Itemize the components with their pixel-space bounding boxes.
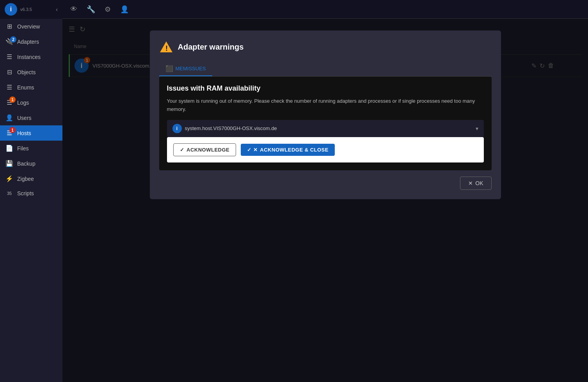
- warning-icon: !: [159, 40, 173, 54]
- sidebar-item-scripts[interactable]: 35 Scripts: [0, 186, 62, 200]
- sidebar-item-files-label: Files: [17, 145, 29, 152]
- host-dropdown-logo: i: [172, 124, 182, 133]
- sidebar-collapse-button[interactable]: ‹: [56, 6, 58, 12]
- sidebar-item-hosts-label: Hosts: [17, 130, 31, 136]
- action-buttons-area: ✓ ACKNOWLEDGE ✓ ✕ ACKNOWLEDGE & CLOSE: [167, 137, 484, 162]
- ok-button-label: OK: [475, 180, 483, 186]
- sidebar-item-adapters[interactable]: 🔌 2 Adapters: [0, 34, 62, 49]
- enums-icon: ☰: [5, 84, 13, 91]
- svg-text:!: !: [165, 45, 168, 52]
- close-x-icon: ✕: [468, 180, 473, 186]
- hosts-badge: 1: [9, 127, 16, 133]
- host-dropdown[interactable]: i system.host.VIS7000GH-OSX.viscom.de ▾: [167, 120, 484, 137]
- adapter-warnings-modal: ! Adapter warnings ⬛ MEMISSUES Issues wi…: [150, 30, 501, 199]
- tab-content-box: Issues with RAM availability Your system…: [159, 77, 492, 170]
- modal-overlay: ! Adapter warnings ⬛ MEMISSUES Issues wi…: [62, 19, 588, 382]
- sidebar-item-instances[interactable]: ☰ Instances: [0, 49, 62, 64]
- sidebar-item-objects[interactable]: ⊟ Objects: [0, 64, 62, 80]
- overview-icon: ⊞: [5, 23, 13, 30]
- app-version: v6.3.5: [20, 7, 32, 12]
- check-x-icon: ✓ ✕: [247, 147, 258, 153]
- acknowledge-close-button-label: ACKNOWLEDGE & CLOSE: [260, 147, 329, 153]
- sidebar-item-overview[interactable]: ⊞ Overview: [0, 19, 62, 34]
- sidebar-item-scripts-label: Scripts: [17, 190, 34, 196]
- backup-icon: 💾: [5, 160, 13, 167]
- sidebar-item-instances-label: Instances: [17, 54, 41, 60]
- modal-header: ! Adapter warnings: [159, 40, 492, 54]
- top-toolbar: 👁 🔧 ⚙ 👤: [62, 0, 588, 19]
- tools-icon[interactable]: 🔧: [85, 4, 97, 15]
- memissues-tab-label: MEMISSUES: [176, 66, 206, 71]
- user-icon[interactable]: 👤: [119, 4, 130, 15]
- sidebar-item-users-label: Users: [17, 115, 32, 121]
- modal-title: Adapter warnings: [178, 43, 244, 52]
- sidebar-item-zigbee[interactable]: ⚡ Zigbee: [0, 171, 62, 186]
- view-icon[interactable]: 👁: [69, 4, 79, 15]
- chip-icon: ⬛: [165, 65, 173, 72]
- acknowledge-button[interactable]: ✓ ACKNOWLEDGE: [173, 143, 236, 156]
- instances-icon: ☰: [5, 53, 13, 61]
- sidebar: i v6.3.5 ‹ ⊞ Overview 🔌 2 Adapters ☰ Ins…: [0, 0, 62, 382]
- host-dropdown-name: system.host.VIS7000GH-OSX.viscom.de: [185, 125, 277, 131]
- adapters-badge: 2: [10, 36, 16, 43]
- sidebar-item-enums-label: Enums: [17, 84, 34, 91]
- sidebar-item-logs[interactable]: ☰ 1 Logs: [0, 95, 62, 110]
- ok-button[interactable]: ✕ OK: [460, 177, 491, 190]
- acknowledge-close-button[interactable]: ✓ ✕ ACKNOWLEDGE & CLOSE: [241, 144, 335, 156]
- warning-content: Issues with RAM availability Your system…: [159, 77, 492, 170]
- warning-content-desc: Your system is running out of memory. Pl…: [167, 97, 484, 114]
- sidebar-item-hosts[interactable]: ☰ 1 Hosts: [0, 125, 62, 141]
- logs-badge: 1: [9, 96, 16, 103]
- warning-content-title: Issues with RAM availability: [167, 84, 484, 93]
- app-logo: i: [5, 3, 17, 16]
- sidebar-item-users[interactable]: 👤 Users: [0, 110, 62, 125]
- sidebar-item-adapters-label: Adapters: [17, 39, 39, 45]
- host-dropdown-left: i system.host.VIS7000GH-OSX.viscom.de: [172, 124, 277, 133]
- scripts-icon: 35: [5, 191, 13, 196]
- page-content: ☰ ↻ Name CPU RAM Uptime Available js-con…: [62, 19, 588, 382]
- check-icon: ✓: [180, 147, 185, 153]
- modal-footer: ✕ OK: [159, 177, 492, 190]
- sidebar-item-objects-label: Objects: [17, 69, 36, 75]
- main-content: 👁 🔧 ⚙ 👤 ☰ ↻ Name CPU RAM Uptime Availabl…: [62, 0, 588, 382]
- sidebar-item-enums[interactable]: ☰ Enums: [0, 80, 62, 95]
- modal-tab-bar: ⬛ MEMISSUES: [159, 62, 492, 77]
- sidebar-item-zigbee-label: Zigbee: [17, 176, 34, 182]
- sidebar-item-backup[interactable]: 💾 Backup: [0, 156, 62, 171]
- objects-icon: ⊟: [5, 68, 13, 76]
- sidebar-item-backup-label: Backup: [17, 161, 36, 167]
- acknowledge-button-label: ACKNOWLEDGE: [187, 147, 229, 153]
- sidebar-item-files[interactable]: 📄 Files: [0, 141, 62, 156]
- zigbee-icon: ⚡: [5, 175, 13, 182]
- files-icon: 📄: [5, 145, 13, 152]
- sidebar-logo: i v6.3.5 ‹: [0, 0, 62, 19]
- sidebar-item-overview-label: Overview: [17, 23, 40, 30]
- memissues-tab[interactable]: ⬛ MEMISSUES: [159, 62, 212, 76]
- chevron-down-icon: ▾: [476, 125, 478, 132]
- sidebar-item-logs-label: Logs: [17, 100, 29, 106]
- settings-icon[interactable]: ⚙: [103, 4, 112, 15]
- users-icon: 👤: [5, 114, 13, 121]
